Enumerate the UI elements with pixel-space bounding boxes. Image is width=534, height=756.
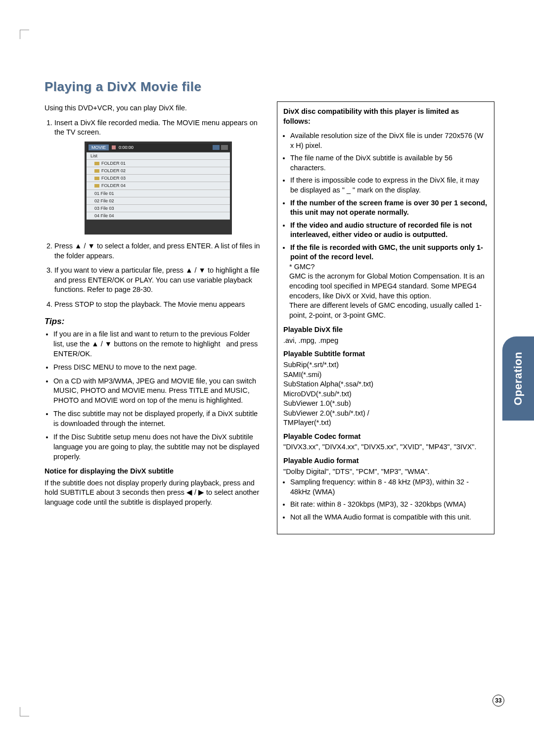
shot-row-label: 04 File 04	[94, 213, 114, 219]
shot-row-label: FOLDER 04	[101, 183, 126, 189]
step-item: If you want to view a particular file, p…	[54, 266, 262, 295]
shot-row: 04 File 04	[87, 212, 230, 220]
shot-row: FOLDER 03	[87, 175, 230, 182]
shot-list-row: List	[87, 152, 230, 160]
shot-row-label: 01 File 01	[94, 190, 114, 196]
shot-row: 01 File 01	[87, 190, 230, 197]
compat-item: If the video and audio structure of reco…	[290, 221, 488, 240]
compat-item: If there is impossible code to express i…	[290, 176, 488, 195]
compat-item: If the number of the screen frame is ove…	[290, 198, 488, 218]
tip-item: Press DISC MENU to move to the next page…	[53, 363, 262, 373]
steps-list: Insert a DivX file recorded media. The M…	[44, 118, 262, 310]
shot-header: MOVIE 0:00:00	[87, 143, 230, 151]
page-number: 33	[492, 695, 504, 707]
tips-heading: Tips:	[44, 316, 262, 328]
folder-icon	[94, 177, 99, 180]
audio-note: Bit rate: within 8 - 320kbps (MP3), 32 -…	[290, 500, 488, 510]
shot-time: 0:00:00	[119, 144, 211, 150]
crop-mark-bl	[20, 707, 29, 716]
playable-audio-body: "Dolby Digital", "DTS", "PCM", "MP3", "W…	[283, 467, 488, 477]
shot-row-label: FOLDER 01	[101, 160, 126, 166]
intro-text: Using this DVD+VCR, you can play DivX fi…	[44, 103, 262, 113]
shot-row-label: FOLDER 03	[101, 175, 126, 181]
compat-list: Available resolution size of the DivX fi…	[283, 131, 488, 320]
step-item: Press ▲ / ▼ to select a folder, and pres…	[54, 241, 262, 261]
compatibility-box: DivX disc compatibility with this player…	[277, 101, 494, 534]
playable-divx-heading: Playable DivX file	[283, 325, 488, 335]
movie-menu-screenshot: MOVIE 0:00:00 List FOLDER 01 FOLDER 02 F…	[85, 142, 232, 235]
folder-icon	[94, 184, 99, 188]
shot-row: 02 File 02	[87, 197, 230, 205]
two-column-layout: Using this DVD+VCR, you can play DivX fi…	[44, 101, 494, 534]
shot-tab-a	[213, 145, 220, 150]
playable-subtitle-heading: Playable Subtitle format	[283, 349, 488, 359]
right-column: DivX disc compatibility with this player…	[277, 101, 494, 534]
notice-heading: Notice for displaying the DivX subtitle	[44, 467, 262, 476]
page-title: Playing a DivX Movie file	[44, 79, 494, 94]
step-text: Insert a DivX file recorded media. The M…	[54, 119, 258, 137]
playable-audio-heading: Playable Audio format	[283, 456, 488, 466]
manual-page: Playing a DivX Movie file Using this DVD…	[0, 0, 534, 756]
stop-icon	[112, 145, 116, 149]
gmc-question: * GMC?	[289, 262, 488, 272]
shot-list-label: List	[90, 153, 97, 159]
audio-notes-list: Sampling frequency: within 8 - 48 kHz (M…	[283, 477, 488, 522]
tip-item: If the Disc Subtitle setup menu does not…	[53, 432, 262, 462]
audio-note: Not all the WMA Audio format is compatib…	[290, 513, 488, 522]
tip-item: If you are in a file list and want to re…	[53, 330, 262, 359]
notice-body: If the subtitle does not display properl…	[44, 478, 262, 508]
playable-codec-heading: Playable Codec format	[283, 432, 488, 442]
shot-row: FOLDER 02	[87, 167, 230, 175]
compat-item: The file name of the DivX subtitle is av…	[290, 153, 488, 173]
compat-item: Available resolution size of the DivX fi…	[290, 131, 488, 150]
tips-list: If you are in a file list and want to re…	[44, 330, 262, 462]
crop-mark-tl	[20, 30, 29, 39]
playable-codec-body: "DIVX3.xx", "DIVX4.xx", "DIVX5.xx", "XVI…	[283, 442, 488, 452]
compat-heading: DivX disc compatibility with this player…	[283, 107, 488, 126]
folder-icon	[94, 169, 99, 173]
playable-subtitle-body: SubRip(*.srt/*.txt) SAMI(*.smi) SubStati…	[283, 360, 488, 428]
tip-item: The disc subtitle may not be displayed p…	[53, 409, 262, 428]
side-tab-label: Operation	[512, 352, 525, 405]
compat-item: If the file is recorded with GMC, the un…	[290, 243, 488, 321]
shot-row-label: 02 File 02	[94, 198, 114, 204]
folder-icon	[94, 162, 99, 165]
step-item: Insert a DivX file recorded media. The M…	[54, 118, 262, 235]
shot-tab-b	[221, 145, 228, 150]
audio-note: Sampling frequency: within 8 - 48 kHz (M…	[290, 477, 488, 497]
shot-title: MOVIE	[89, 144, 109, 150]
section-side-tab: Operation	[502, 336, 534, 421]
shot-row-label: 03 File 03	[94, 205, 114, 211]
left-column: Using this DVD+VCR, you can play DivX fi…	[44, 101, 262, 534]
gmc-body: GMC is the acronym for Global Motion Com…	[289, 272, 488, 320]
shot-row: FOLDER 04	[87, 182, 230, 189]
tip-item: On a CD with MP3/WMA, JPEG and MOVIE fil…	[53, 377, 262, 406]
shot-row-label: FOLDER 02	[101, 168, 126, 174]
shot-row: 03 File 03	[87, 205, 230, 212]
shot-row: FOLDER 01	[87, 160, 230, 167]
playable-divx-body: .avi, .mpg, .mpeg	[283, 336, 488, 346]
compat-item-text: If the file is recorded with GMC, the un…	[290, 243, 483, 261]
step-item: Press STOP to stop the playback. The Mov…	[54, 300, 262, 310]
